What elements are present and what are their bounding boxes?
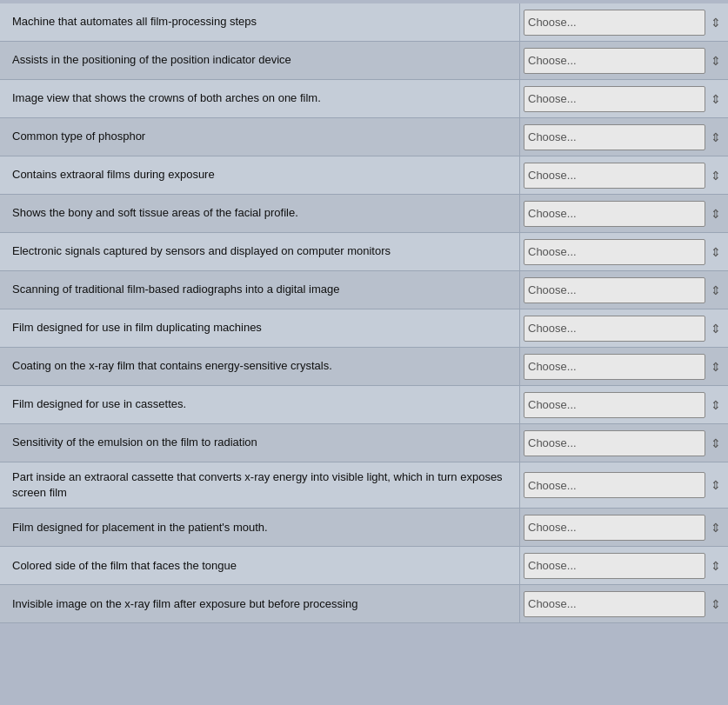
quiz-row: Common type of phosphorChoose...⇕ — [0, 118, 728, 156]
description-text: Film designed for use in film duplicatin… — [0, 309, 519, 347]
answer-select[interactable]: Choose... — [524, 392, 705, 418]
quiz-row: Contains extraoral films during exposure… — [0, 156, 728, 195]
select-wrapper: Choose...⇕ — [524, 48, 725, 74]
description-text: Assists in the positioning of the positi… — [0, 42, 519, 79]
select-arrow-icon: ⇕ — [707, 48, 725, 74]
select-arrow-icon: ⇕ — [707, 553, 725, 579]
answer-select[interactable]: Choose... — [524, 201, 705, 227]
select-wrapper: Choose...⇕ — [524, 316, 725, 342]
description-text: Machine that automates all film-processi… — [0, 3, 519, 41]
quiz-row: Assists in the positioning of the positi… — [0, 42, 728, 80]
select-wrapper: Choose...⇕ — [524, 392, 725, 418]
select-arrow-icon: ⇕ — [707, 239, 725, 265]
select-wrapper: Choose...⇕ — [524, 163, 725, 189]
select-wrapper: Choose...⇕ — [524, 10, 725, 36]
answer-select[interactable]: Choose... — [524, 48, 705, 74]
select-cell: Choose...⇕ — [519, 271, 728, 309]
select-arrow-icon: ⇕ — [707, 124, 725, 150]
answer-select[interactable]: Choose... — [524, 86, 705, 112]
description-text: Colored side of the film that faces the … — [0, 547, 519, 584]
description-text: Common type of phosphor — [0, 118, 519, 156]
select-wrapper: Choose...⇕ — [524, 472, 725, 498]
answer-select[interactable]: Choose... — [524, 239, 705, 265]
answer-select[interactable]: Choose... — [524, 354, 705, 380]
select-arrow-icon: ⇕ — [707, 515, 725, 541]
quiz-row: Film designed for use in film duplicatin… — [0, 309, 728, 348]
select-arrow-icon: ⇕ — [707, 591, 725, 617]
select-wrapper: Choose...⇕ — [524, 591, 725, 617]
select-cell: Choose...⇕ — [519, 42, 728, 79]
select-cell: Choose...⇕ — [519, 348, 728, 385]
description-text: Part inside an extraoral cassette that c… — [0, 462, 519, 508]
description-text: Invisible image on the x-ray film after … — [0, 585, 519, 622]
select-cell: Choose...⇕ — [519, 424, 728, 462]
description-text: Scanning of traditional film-based radio… — [0, 271, 519, 309]
answer-select[interactable]: Choose... — [524, 430, 705, 456]
description-text: Shows the bony and soft tissue areas of … — [0, 195, 519, 232]
answer-select[interactable]: Choose... — [524, 124, 705, 150]
description-text: Sensitivity of the emulsion on the film … — [0, 424, 519, 462]
quiz-row: Sensitivity of the emulsion on the film … — [0, 424, 728, 462]
select-arrow-icon: ⇕ — [707, 430, 725, 456]
quiz-row: Machine that automates all film-processi… — [0, 3, 728, 42]
select-arrow-icon: ⇕ — [707, 277, 725, 303]
select-arrow-icon: ⇕ — [707, 316, 725, 342]
description-text: Film designed for use in cassettes. — [0, 386, 519, 423]
answer-select[interactable]: Choose... — [524, 10, 705, 36]
quiz-row: Scanning of traditional film-based radio… — [0, 271, 728, 309]
select-arrow-icon: ⇕ — [707, 472, 725, 498]
select-cell: Choose...⇕ — [519, 80, 728, 117]
select-cell: Choose...⇕ — [519, 118, 728, 156]
select-wrapper: Choose...⇕ — [524, 430, 725, 456]
quiz-row: Part inside an extraoral cassette that c… — [0, 462, 728, 509]
description-text: Film designed for placement in the patie… — [0, 509, 519, 546]
description-text: Electronic signals captured by sensors a… — [0, 233, 519, 270]
select-arrow-icon: ⇕ — [707, 201, 725, 227]
select-wrapper: Choose...⇕ — [524, 239, 725, 265]
description-text: Contains extraoral films during exposure — [0, 156, 519, 194]
select-arrow-icon: ⇕ — [707, 354, 725, 380]
select-arrow-icon: ⇕ — [707, 10, 725, 36]
select-wrapper: Choose...⇕ — [524, 86, 725, 112]
quiz-row: Shows the bony and soft tissue areas of … — [0, 195, 728, 233]
quiz-row: Invisible image on the x-ray film after … — [0, 585, 728, 623]
answer-select[interactable]: Choose... — [524, 553, 705, 579]
select-cell: Choose...⇕ — [519, 195, 728, 232]
select-wrapper: Choose...⇕ — [524, 354, 725, 380]
select-arrow-icon: ⇕ — [707, 392, 725, 418]
quiz-row: Film designed for use in cassettes.Choos… — [0, 386, 728, 424]
quiz-row: Electronic signals captured by sensors a… — [0, 233, 728, 271]
select-cell: Choose...⇕ — [519, 509, 728, 546]
answer-select[interactable]: Choose... — [524, 316, 705, 342]
select-wrapper: Choose...⇕ — [524, 201, 725, 227]
description-text: Coating on the x-ray film that contains … — [0, 348, 519, 385]
select-wrapper: Choose...⇕ — [524, 124, 725, 150]
select-cell: Choose...⇕ — [519, 3, 728, 41]
select-cell: Choose...⇕ — [519, 233, 728, 270]
answer-select[interactable]: Choose... — [524, 163, 705, 189]
description-text: Image view that shows the crowns of both… — [0, 80, 519, 117]
select-wrapper: Choose...⇕ — [524, 553, 725, 579]
select-arrow-icon: ⇕ — [707, 163, 725, 189]
select-wrapper: Choose...⇕ — [524, 277, 725, 303]
answer-select[interactable]: Choose... — [524, 277, 705, 303]
select-wrapper: Choose...⇕ — [524, 515, 725, 541]
quiz-row: Image view that shows the crowns of both… — [0, 80, 728, 118]
answer-select[interactable]: Choose... — [524, 591, 705, 617]
select-cell: Choose...⇕ — [519, 309, 728, 347]
select-arrow-icon: ⇕ — [707, 86, 725, 112]
select-cell: Choose...⇕ — [519, 462, 728, 508]
answer-select[interactable]: Choose... — [524, 515, 705, 541]
select-cell: Choose...⇕ — [519, 156, 728, 194]
answer-select[interactable]: Choose... — [524, 472, 705, 498]
quiz-row: Coating on the x-ray film that contains … — [0, 348, 728, 386]
quiz-row: Colored side of the film that faces the … — [0, 547, 728, 585]
quiz-row: Film designed for placement in the patie… — [0, 509, 728, 547]
select-cell: Choose...⇕ — [519, 547, 728, 584]
matching-quiz: Machine that automates all film-processi… — [0, 0, 728, 627]
select-cell: Choose...⇕ — [519, 585, 728, 622]
select-cell: Choose...⇕ — [519, 386, 728, 423]
